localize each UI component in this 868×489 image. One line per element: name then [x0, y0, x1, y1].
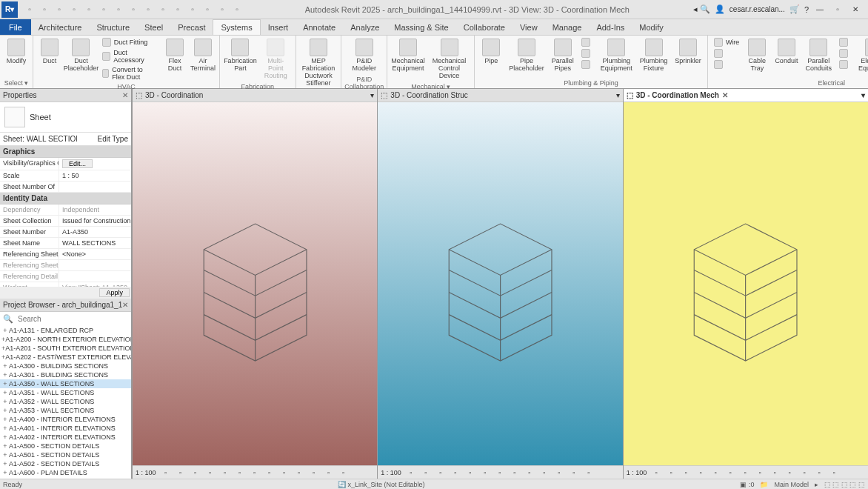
property-value[interactable]: WALL SECTIONS [59, 238, 131, 248]
tree-item[interactable]: +A1-A402 - INTERIOR ELEVATIONS [0, 433, 131, 442]
minimize-icon[interactable]: — [813, 3, 827, 16]
user-name[interactable]: cesar.r.escalan... [730, 5, 785, 13]
ribbon-button-flex-duct[interactable]: FlexDuct [161, 37, 188, 74]
sun-icon[interactable]: ▫ [666, 468, 676, 478]
shadow-icon[interactable]: ▫ [681, 468, 691, 478]
undo-icon[interactable]: ▫ [83, 4, 95, 16]
crop-region-icon[interactable]: ▫ [710, 468, 721, 478]
sun-icon[interactable]: ▫ [176, 468, 186, 478]
crop-icon[interactable]: ▫ [695, 468, 706, 478]
property-value[interactable]: Edit... [59, 158, 131, 170]
tree-item[interactable]: +A1-A600 - PLAN DETAILS [0, 468, 131, 477]
expand-icon[interactable]: + [1, 398, 9, 405]
edit-button[interactable]: Edit... [62, 159, 93, 168]
reveal-icon[interactable]: ▫ [510, 468, 520, 478]
ribbon-button-pipe[interactable]: Pipe [478, 37, 504, 67]
ribbon-button-conduit[interactable]: Conduit [772, 37, 801, 67]
expand-icon[interactable]: + [1, 425, 9, 432]
cart-icon[interactable]: 🛒 [789, 4, 800, 14]
select-icon[interactable]: ▣ :0 [740, 481, 754, 488]
switch-icon[interactable]: ▫ [172, 4, 184, 16]
ribbon-button-mep-fabrication-ductwork-stiffener[interactable]: MEP FabricationDuctwork Stiffener [299, 37, 338, 89]
project-browser-tree[interactable]: +A1-A131 - ENLARGED RCP+A1-A200 - NORTH … [0, 326, 131, 479]
option-icon[interactable]: ▫ [554, 468, 564, 478]
expand-icon[interactable]: + [1, 433, 9, 441]
reveal-icon[interactable]: ▫ [264, 468, 275, 478]
tree-item[interactable]: +A1-A202 - EAST/WEST EXTERIOR ELEVAT [0, 353, 131, 362]
view-scale[interactable]: 1 : 100 [136, 469, 156, 476]
help-icon[interactable]: ? [804, 5, 809, 14]
option-icon[interactable]: ▫ [309, 468, 319, 478]
ribbon-item-duct-fitting[interactable]: Duct Fitting [99, 37, 160, 47]
worksharing-icon[interactable]: ▫ [524, 468, 535, 478]
browser-search-input[interactable] [16, 313, 128, 325]
ribbon-button-fabrication-part[interactable]: FabricationPart [223, 37, 258, 74]
sync-status-icon[interactable]: 🔄 [338, 481, 346, 488]
ribbon-item-small[interactable] [711, 48, 743, 59]
ribbon-button-pipe-placeholder[interactable]: PipePlaceholder [506, 37, 547, 74]
expand-icon[interactable]: + [1, 389, 9, 396]
shadow-icon[interactable]: ▫ [190, 468, 201, 478]
ribbon-item-small[interactable] [578, 59, 596, 70]
property-value[interactable]: 1 : 50 [59, 170, 131, 181]
expand-icon[interactable]: + [1, 380, 9, 387]
ribbon-tab-precast[interactable]: Precast [170, 19, 213, 35]
property-row[interactable]: Referencing Sheet C...<None> [0, 249, 131, 260]
ribbon-item-convert-to-flex-duct[interactable]: Convert to Flex Duct [99, 65, 160, 82]
view-tab[interactable]: ⬚3D - Coordination▾ [133, 89, 377, 102]
tree-item[interactable]: +A1-A300 - BUILDING SECTIONS [0, 362, 131, 370]
workset-icon[interactable]: 📁 [760, 481, 768, 488]
isolate-icon[interactable]: ▫ [740, 468, 750, 478]
ribbon-button-plumbing-equipment[interactable]: PlumbingEquipment [598, 37, 635, 74]
graphics-icon[interactable]: ▫ [161, 468, 171, 478]
link-icon[interactable]: ▫ [784, 468, 795, 478]
ribbon-button-duct-placeholder[interactable]: DuctPlaceholder [64, 37, 98, 74]
ribbon-button-duct[interactable]: Duct [36, 37, 63, 67]
property-group-graphics[interactable]: Graphics [0, 146, 131, 158]
dd-icon[interactable]: ▫ [231, 4, 243, 16]
option-icon[interactable]: ▫ [799, 468, 809, 478]
arrow-icon[interactable]: ▫ [829, 468, 839, 478]
view-scale[interactable]: 1 : 100 [381, 469, 401, 476]
ribbon-tab-annotate[interactable]: Annotate [296, 19, 343, 35]
expand-icon[interactable]: + [1, 407, 9, 414]
tree-item[interactable]: +A1-A700 - TYPICAL DETAILS [0, 477, 131, 479]
ribbon-tab-structure[interactable]: Structure [89, 19, 137, 35]
file-tab[interactable]: File [0, 19, 31, 35]
align-icon[interactable]: ▫ [142, 4, 154, 16]
ribbon-item-small[interactable] [578, 37, 596, 47]
close-icon[interactable]: ▫ [187, 4, 198, 16]
property-value[interactable]: Issued for Construction [59, 216, 131, 226]
hide-icon[interactable]: ▫ [235, 468, 245, 478]
ribbon-button-cable-tray[interactable]: CableTray [744, 37, 770, 74]
view-dropdown-icon[interactable]: ▾ [861, 91, 865, 99]
shadow-icon[interactable]: ▫ [435, 468, 446, 478]
save-icon[interactable]: ▫ [53, 4, 65, 16]
ribbon-item-wire[interactable]: Wire [711, 37, 743, 47]
expand-icon[interactable]: + [1, 442, 9, 450]
ribbon-tab-view[interactable]: View [513, 19, 545, 35]
ribbon-tab-architecture[interactable]: Architecture [31, 19, 90, 35]
expand-icon[interactable]: + [1, 478, 9, 479]
property-row[interactable]: Visibility/Graphics O...Edit... [0, 158, 131, 170]
properties-type-selector[interactable]: Sheet [0, 102, 131, 133]
tree-item[interactable]: +A1-A200 - NORTH EXTERIOR ELEVATION [0, 335, 131, 344]
ribbon-button-mechanical-equipment[interactable]: MechanicalEquipment [390, 37, 426, 74]
expand-icon[interactable]: + [1, 371, 9, 379]
tree-item[interactable]: +A1-A350 - WALL SECTIONS [0, 379, 131, 388]
arrow-icon[interactable]: ▫ [338, 468, 349, 478]
ribbon-tab-collaborate[interactable]: Collaborate [456, 19, 513, 35]
ribbon-tab-manage[interactable]: Manage [545, 19, 590, 35]
ribbon-button-mechanical-control-device[interactable]: MechanicalControl Device [427, 37, 471, 82]
file-icon[interactable]: ▫ [24, 4, 36, 16]
pin-icon[interactable]: ▫ [201, 4, 213, 16]
worksharing-icon[interactable]: ▫ [279, 468, 290, 478]
hide-icon[interactable]: ▫ [480, 468, 490, 478]
crop-icon[interactable]: ▫ [450, 468, 461, 478]
tree-item[interactable]: +A1-A502 - SECTION DETAILS [0, 459, 131, 468]
isolate-icon[interactable]: ▫ [250, 468, 260, 478]
tree-item[interactable]: +A1-A353 - WALL SECTIONS [0, 406, 131, 415]
app-menu-button[interactable]: R▾ [1, 1, 18, 18]
open-icon[interactable]: ▫ [39, 4, 50, 16]
help-icon[interactable]: ▫ [216, 4, 228, 16]
